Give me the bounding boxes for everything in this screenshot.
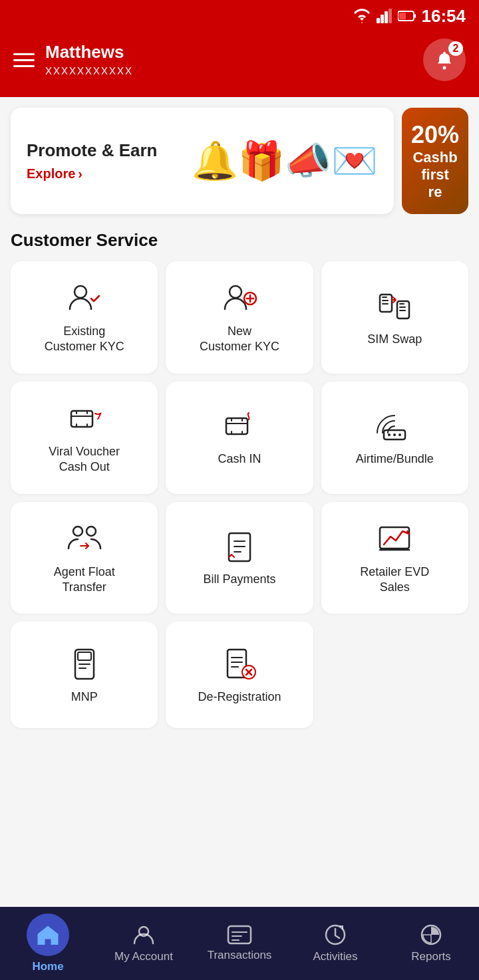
status-bar: 16:54 xyxy=(0,0,479,32)
banner-explore-link[interactable]: Explore › xyxy=(27,166,158,182)
nav-reports[interactable]: Reports xyxy=(383,923,479,963)
my-account-icon xyxy=(132,923,155,946)
agent-float-item[interactable]: Agent FloatTransfer xyxy=(11,502,158,614)
svg-point-20 xyxy=(399,433,401,436)
header-left: Matthews xxxxxxxxxxx xyxy=(13,42,133,78)
cashback-percent: 20% xyxy=(411,121,459,149)
svg-rect-42 xyxy=(228,926,251,943)
agent-float-label: Agent FloatTransfer xyxy=(54,564,115,596)
airtime-bundle-icon xyxy=(376,408,413,445)
banner-text: Promote & Earn Explore › xyxy=(27,140,158,182)
svg-rect-0 xyxy=(377,18,380,23)
nav-activities-label: Activities xyxy=(313,950,357,963)
hamburger-menu[interactable] xyxy=(13,53,35,67)
existing-kyc-item[interactable]: ExistingCustomer KYC xyxy=(11,261,158,374)
nav-reports-label: Reports xyxy=(411,950,451,963)
transactions-icon xyxy=(227,925,252,945)
header-user: Matthews xxxxxxxxxxx xyxy=(45,42,133,78)
svg-rect-2 xyxy=(385,11,388,23)
nav-home-label: Home xyxy=(32,960,63,973)
svg-point-18 xyxy=(388,433,391,436)
mnp-label: MNP xyxy=(71,689,98,705)
existing-kyc-icon xyxy=(66,280,103,317)
user-name: Matthews xyxy=(45,42,133,62)
banner-title: Promote & Earn xyxy=(27,140,158,161)
banner-cashback[interactable]: 20% Cashb first re xyxy=(402,108,468,214)
bottom-spacer xyxy=(0,736,479,816)
bill-payments-label: Bill Payments xyxy=(203,572,275,587)
de-registration-item[interactable]: De-Registration xyxy=(166,622,313,728)
customer-service-title: Customer Service xyxy=(11,230,468,251)
nav-my-account-label: My Account xyxy=(114,950,173,963)
cash-in-item[interactable]: Cash IN xyxy=(166,382,313,494)
existing-kyc-label: ExistingCustomer KYC xyxy=(45,324,124,355)
sim-swap-item[interactable]: SIM Swap xyxy=(321,261,468,374)
customer-service-section: Customer Service ExistingCustomer KYC Ne… xyxy=(0,225,479,728)
cash-in-icon xyxy=(221,408,258,445)
mnp-icon xyxy=(66,646,103,683)
svg-point-22 xyxy=(86,527,96,536)
viral-voucher-icon xyxy=(66,400,103,437)
nav-transactions-label: Transactions xyxy=(208,949,272,962)
notification-badge: 2 xyxy=(448,41,463,56)
svg-rect-28 xyxy=(380,527,409,549)
account-mask: xxxxxxxxxxx xyxy=(45,62,133,78)
sim-swap-icon xyxy=(376,288,413,325)
bill-payments-icon xyxy=(221,528,258,565)
banner-promote-earn[interactable]: Promote & Earn Explore › 🔔🎁📣💌 xyxy=(11,108,394,214)
viral-voucher-item[interactable]: Viral VoucherCash Out xyxy=(11,382,158,494)
svg-rect-6 xyxy=(414,14,416,18)
agent-float-icon xyxy=(66,521,103,558)
banner-container: Promote & Earn Explore › 🔔🎁📣💌 20% Cashb … xyxy=(0,97,479,225)
airtime-bundle-label: Airtime/Bundle xyxy=(356,451,434,467)
status-icons: 16:54 xyxy=(353,6,466,27)
service-grid-row2: Viral VoucherCash Out Cash IN Airtime/Bu… xyxy=(11,382,468,494)
banner-illustration: 🔔🎁📣💌 xyxy=(192,142,378,180)
new-kyc-item[interactable]: NewCustomer KYC xyxy=(166,261,313,374)
svg-point-7 xyxy=(443,66,446,70)
svg-point-19 xyxy=(393,433,396,436)
nav-transactions[interactable]: Transactions xyxy=(192,925,287,962)
notification-button[interactable]: 2 xyxy=(423,39,466,81)
nav-my-account[interactable]: My Account xyxy=(96,923,192,963)
de-registration-label: De-Registration xyxy=(198,689,281,705)
bottom-navigation: Home My Account Transactions Activities xyxy=(0,907,479,980)
airtime-bundle-item[interactable]: Airtime/Bundle xyxy=(321,382,468,494)
svg-point-21 xyxy=(73,527,82,536)
retailer-evd-label: Retailer EVDSales xyxy=(360,564,429,596)
battery-icon xyxy=(398,10,416,22)
home-icon xyxy=(37,925,59,945)
status-time: 16:54 xyxy=(422,6,466,27)
cashback-sublabel: first re xyxy=(412,166,458,201)
wifi-icon xyxy=(353,9,371,23)
service-grid-row4: MNP De-Registration xyxy=(11,622,468,728)
viral-voucher-label: Viral VoucherCash Out xyxy=(49,444,120,475)
app-header: Matthews xxxxxxxxxxx 2 xyxy=(0,32,479,97)
empty-grid-cell xyxy=(321,622,468,728)
retailer-evd-item[interactable]: Retailer EVDSales xyxy=(321,502,468,614)
svg-rect-31 xyxy=(78,652,91,660)
svg-point-8 xyxy=(75,286,86,298)
svg-rect-3 xyxy=(389,9,392,23)
svg-rect-5 xyxy=(399,13,406,19)
nav-activities[interactable]: Activities xyxy=(287,923,383,963)
mnp-item[interactable]: MNP xyxy=(11,622,158,728)
signal-icon xyxy=(377,9,393,23)
home-icon-bg xyxy=(27,914,69,956)
new-kyc-label: NewCustomer KYC xyxy=(200,324,279,355)
new-kyc-icon xyxy=(221,280,258,317)
svg-rect-16 xyxy=(226,418,247,434)
cash-in-label: Cash IN xyxy=(218,451,261,467)
svg-point-9 xyxy=(230,286,241,298)
nav-home[interactable]: Home xyxy=(0,914,96,973)
service-grid-row3: Agent FloatTransfer Bill Payments Retail… xyxy=(11,502,468,614)
activities-icon xyxy=(324,923,347,946)
de-registration-icon xyxy=(221,646,258,683)
retailer-evd-icon xyxy=(376,521,413,558)
service-grid-row1: ExistingCustomer KYC NewCustomer KYC SIM… xyxy=(11,261,468,374)
sim-swap-label: SIM Swap xyxy=(367,332,422,347)
reports-icon xyxy=(420,923,442,946)
svg-rect-15 xyxy=(71,411,92,427)
cashback-label: Cashb xyxy=(412,149,457,166)
bill-payments-item[interactable]: Bill Payments xyxy=(166,502,313,614)
